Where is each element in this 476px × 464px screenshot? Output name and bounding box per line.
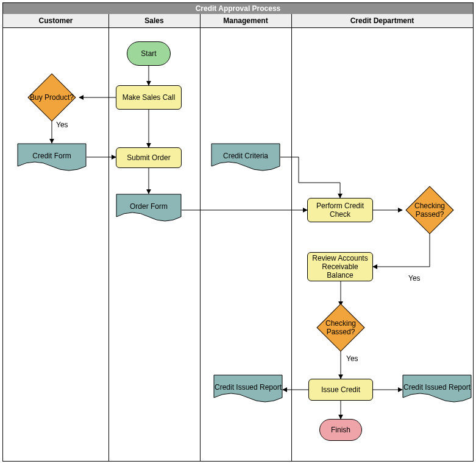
lane-head-credit: Credit Department	[291, 14, 473, 27]
process-submit-order: Submit Order	[116, 147, 182, 168]
doc-label: Order Form	[116, 194, 182, 224]
doc-label: Credit Issued Report	[213, 374, 283, 405]
decision-checking-passed-2: Checking Passed?	[313, 306, 368, 350]
edge-label-yes: Yes	[346, 354, 358, 363]
pool-title: Credit Approval Process	[3, 3, 473, 15]
lane-headers: Customer Sales Management Credit Departm…	[3, 14, 473, 28]
doc-credit-form: Credit Form	[17, 143, 87, 174]
doc-credit-issued-report-right: Credit Issued Report	[402, 374, 472, 405]
doc-label: Credit Issued Report	[402, 374, 472, 405]
process-label: Issue Credit	[321, 385, 360, 394]
start-label: Start	[141, 49, 156, 58]
doc-order-form: Order Form	[116, 194, 182, 224]
finish-label: Finish	[331, 426, 350, 434]
process-review-ar: Review Accounts Receivable Balance	[307, 252, 373, 281]
decision-checking-passed-1: Checking Passed?	[402, 188, 457, 232]
doc-credit-criteria: Credit Criteria	[211, 143, 280, 174]
doc-label: Credit Criteria	[211, 143, 280, 174]
decision-label: Checking Passed?	[313, 306, 368, 350]
lane-separator	[291, 14, 292, 461]
doc-credit-issued-report-left: Credit Issued Report	[213, 374, 283, 405]
start-terminator: Start	[127, 41, 171, 66]
process-label: Make Sales Call	[123, 93, 176, 102]
process-make-sales-call: Make Sales Call	[116, 85, 182, 110]
lane-separator	[108, 14, 109, 461]
decision-label: Checking Passed?	[402, 188, 457, 232]
edge-label-yes: Yes	[408, 274, 421, 283]
lane-head-customer: Customer	[3, 14, 108, 27]
process-issue-credit: Issue Credit	[308, 379, 373, 401]
process-label: Review Accounts Receivable Balance	[309, 254, 371, 279]
decision-label: Buy Product?	[24, 76, 79, 119]
finish-terminator: Finish	[319, 419, 362, 441]
doc-label: Credit Form	[17, 143, 87, 174]
swimlane-diagram: Credit Approval Process Customer Sales M…	[0, 0, 476, 464]
lane-head-sales: Sales	[108, 14, 200, 27]
process-perform-credit-check: Perform Credit Check	[307, 198, 373, 222]
process-label: Submit Order	[127, 153, 170, 162]
edge-label-yes: Yes	[56, 121, 68, 129]
lane-head-management: Management	[200, 14, 291, 27]
process-label: Perform Credit Check	[309, 202, 371, 219]
decision-buy-product: Buy Product?	[24, 76, 79, 119]
lane-separator	[200, 14, 201, 461]
